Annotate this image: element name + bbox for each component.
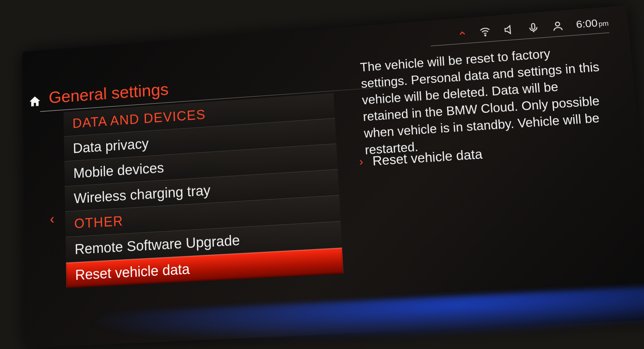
clock: 6:00pm xyxy=(576,16,609,30)
status-alert-icon[interactable] xyxy=(457,28,467,38)
svg-rect-1 xyxy=(532,23,535,29)
status-bar: 6:00pm xyxy=(429,16,609,46)
chevron-left-icon[interactable]: ‹ xyxy=(50,210,55,227)
chevron-right-icon: › xyxy=(359,155,363,168)
clock-time: 6:00 xyxy=(576,17,598,30)
wifi-icon[interactable] xyxy=(479,25,491,38)
microphone-icon[interactable] xyxy=(527,21,540,34)
svg-point-0 xyxy=(485,35,486,36)
infotainment-screen: 6:00pm General settings ‹ DATA AND DEVIC… xyxy=(22,5,644,348)
clock-ampm: pm xyxy=(598,19,609,28)
speaker-icon[interactable] xyxy=(503,23,516,36)
ambient-glow xyxy=(25,286,644,349)
detail-text: The vehicle will be reset to factory set… xyxy=(360,42,606,159)
svg-point-2 xyxy=(555,22,560,26)
home-icon[interactable] xyxy=(29,94,41,108)
profile-icon[interactable] xyxy=(551,20,564,32)
settings-menu: DATA AND DEVICES Data privacy Mobile dev… xyxy=(64,93,344,288)
page-title: General settings xyxy=(49,79,169,110)
